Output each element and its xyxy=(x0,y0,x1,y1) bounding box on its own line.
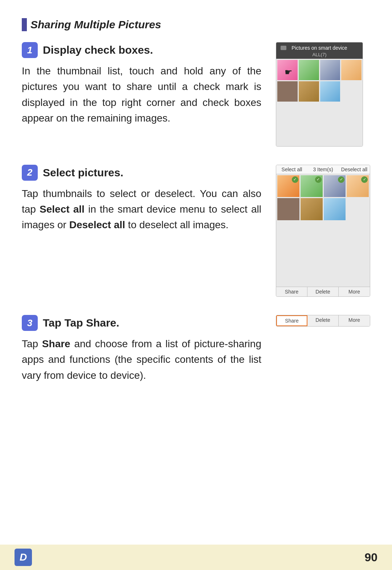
device-1-thumb-grid: ☛ xyxy=(276,59,363,103)
device-1-header-title: Pictures on smart device xyxy=(291,45,347,51)
step-1-badge: 1 xyxy=(22,42,38,58)
check-4: ✓ xyxy=(361,176,368,183)
step-1-body: In the thumbnail list, touch and hold an… xyxy=(22,63,261,126)
more-btn-3[interactable]: More xyxy=(339,315,370,326)
delete-btn-3[interactable]: Delete xyxy=(307,315,339,326)
more-btn-2[interactable]: More xyxy=(339,287,370,296)
section-header: Sharing Multiple Pictures xyxy=(22,18,370,31)
step-3-device: Share Delete More xyxy=(276,315,370,327)
page-number: 90 xyxy=(364,551,377,564)
step-3-title: Tap Tap Share. xyxy=(43,317,119,329)
step-2-block: 2 Select pictures. Tap thumbnails to sel… xyxy=(22,165,370,297)
step-3-body: Tap Share and choose from a list of pict… xyxy=(22,336,261,383)
page-footer: D 90 xyxy=(0,545,392,570)
step-2-device: Select all 3 Item(s) Deselect all ✓ ✓ ✓ xyxy=(276,165,370,297)
thumb-2-3: ✓ xyxy=(324,175,346,197)
share-btn-3[interactable]: Share xyxy=(276,315,307,326)
step-1-left: 1 Display check boxes. In the thumbnail … xyxy=(22,42,261,126)
delete-btn-2[interactable]: Delete xyxy=(307,287,339,296)
thumb-2-8 xyxy=(347,198,369,220)
step-3-block: 3 Tap Tap Share. Tap Share and choose fr… xyxy=(22,315,370,383)
thumb-2-7 xyxy=(324,198,346,220)
section-title: Sharing Multiple Pictures xyxy=(30,19,161,31)
step-1-device: Pictures on smart device ALL(7) ☛ xyxy=(276,42,363,147)
step-3-device-container: Share Delete More xyxy=(276,315,370,327)
thumb-2-6 xyxy=(301,198,323,220)
device-2-select-bar: Select all 3 Item(s) Deselect all xyxy=(276,165,370,174)
thumb-2-2: ✓ xyxy=(301,175,323,197)
step-2-title: Select pictures. xyxy=(43,167,123,179)
step-2-left: 2 Select pictures. Tap thumbnails to sel… xyxy=(22,165,261,233)
thumb-2-4: ✓ xyxy=(347,175,369,197)
step-2-badge: 2 xyxy=(22,165,38,181)
select-all-btn[interactable]: Select all xyxy=(276,167,307,172)
step-1-block: 1 Display check boxes. In the thumbnail … xyxy=(22,42,370,147)
step-1-device-container: Pictures on smart device ALL(7) ☛ xyxy=(276,42,370,147)
thumb-2-5 xyxy=(277,198,299,220)
footer-logo: D xyxy=(15,549,32,566)
thumb-6 xyxy=(299,81,319,102)
cursor-icon: ☛ xyxy=(285,67,295,77)
thumb-2-1: ✓ xyxy=(277,175,299,197)
check-2: ✓ xyxy=(315,176,322,183)
step-3-heading: 3 Tap Tap Share. xyxy=(22,315,261,331)
section-header-bar xyxy=(22,18,27,31)
device-1-header: Pictures on smart device ALL(7) xyxy=(276,42,363,59)
thumb-7 xyxy=(320,81,340,102)
device-3-toolbar: Share Delete More xyxy=(276,315,370,326)
device-2-empty xyxy=(276,221,370,287)
device-1-header-sub: ALL(7) xyxy=(278,52,360,58)
step-3-left: 3 Tap Tap Share. Tap Share and choose fr… xyxy=(22,315,261,383)
thumb-5 xyxy=(277,81,298,102)
device-1-empty xyxy=(276,103,363,146)
step-2-device-container: Select all 3 Item(s) Deselect all ✓ ✓ ✓ xyxy=(276,165,370,297)
thumb-1: ☛ xyxy=(277,60,298,80)
step-1-title: Display check boxes. xyxy=(43,44,153,56)
thumb-2 xyxy=(299,60,319,80)
device-2-toolbar: Share Delete More xyxy=(276,287,370,296)
step-3-badge: 3 xyxy=(22,315,38,331)
step-2-heading: 2 Select pictures. xyxy=(22,165,261,181)
share-btn-2[interactable]: Share xyxy=(276,287,307,296)
check-1: ✓ xyxy=(292,176,298,183)
step-2-body: Tap thumbnails to select or deselect. Yo… xyxy=(22,186,261,233)
items-count: 3 Item(s) xyxy=(307,167,339,172)
device-2-thumb-grid: ✓ ✓ ✓ ✓ xyxy=(276,174,370,222)
check-3: ✓ xyxy=(338,176,344,183)
thumb-4 xyxy=(341,60,362,80)
step-1-heading: 1 Display check boxes. xyxy=(22,42,261,58)
thumb-3 xyxy=(320,60,340,80)
deselect-all-btn[interactable]: Deselect all xyxy=(339,167,370,172)
thumb-8 xyxy=(341,81,362,102)
